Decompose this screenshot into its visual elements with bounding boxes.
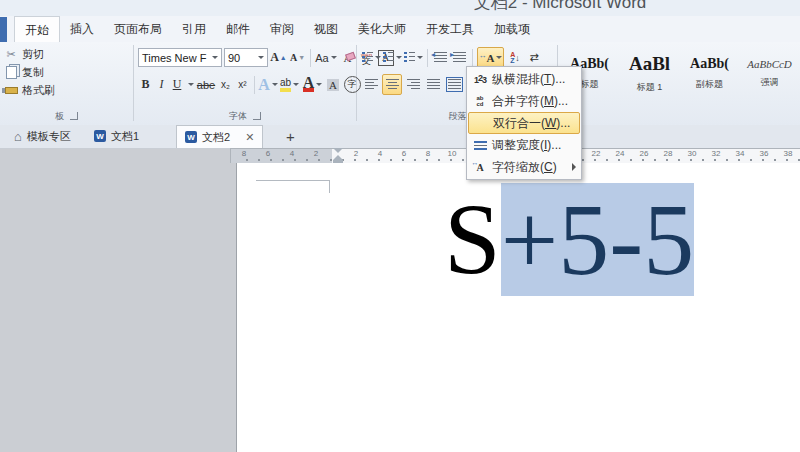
style-preview: AaBl — [629, 53, 670, 75]
chevron-down-icon — [375, 56, 381, 59]
ruler-number: 32 — [712, 149, 721, 158]
chevron-down-icon[interactable] — [188, 83, 194, 86]
style-label: 标题 1 — [637, 81, 663, 94]
ruler-number: 2 — [314, 149, 318, 158]
document-tab-2[interactable]: W文档1 — [86, 125, 147, 147]
character-shading-button[interactable]: A — [325, 75, 341, 94]
style-chip[interactable]: AaBb(副标题 — [682, 46, 737, 100]
change-case-button[interactable]: Aa — [315, 48, 337, 67]
style-label: 强调 — [761, 76, 779, 89]
increase-indent-button[interactable]: ▸ — [451, 48, 468, 67]
menu-item-3[interactable]: 双行合一(W)... — [468, 112, 580, 134]
word-doc-icon: W — [185, 131, 197, 143]
document-page[interactable]: S+5-5 — [236, 163, 800, 452]
align-left-button[interactable] — [362, 75, 380, 94]
superscript-button[interactable]: x² — [235, 75, 250, 94]
text-boundary-mark — [256, 180, 329, 181]
ruler-number: 8 — [242, 149, 246, 158]
font-family-value: Times New F — [142, 52, 206, 64]
align-center-button[interactable] — [382, 74, 402, 95]
align-left-icon — [365, 79, 378, 90]
clear-formatting-button[interactable]: A — [339, 48, 356, 67]
justify-button[interactable] — [424, 75, 442, 94]
numbering-button[interactable] — [383, 48, 402, 67]
ruler-number: 6 — [266, 149, 270, 158]
font-color-icon: A — [303, 77, 315, 92]
text-effects-button[interactable]: A — [259, 75, 277, 94]
text-highlight-button[interactable]: ab — [279, 75, 300, 94]
bold-button[interactable]: B — [138, 75, 153, 94]
app-window: 文档2 - Microsoft Word 开始插入页面布局引用邮件审阅视图美化大… — [0, 0, 800, 452]
document-tab-1[interactable]: ⌂模板专区 — [6, 125, 79, 147]
shrink-font-button[interactable]: A▼ — [289, 48, 306, 67]
ruler-number: 10 — [448, 149, 457, 158]
cut-label: 剪切 — [22, 47, 44, 62]
chevron-down-icon — [496, 56, 502, 59]
dialog-launcher-icon[interactable] — [70, 112, 78, 120]
style-preview: AaBb( — [690, 56, 729, 72]
format-painter-button[interactable]: 格式刷 — [4, 83, 55, 98]
show-marks-button[interactable]: ⇄ — [526, 48, 542, 67]
ribbon-tab-6[interactable]: 审阅 — [260, 16, 304, 42]
grow-font-button[interactable]: A▲ — [270, 48, 287, 67]
ribbon-tab-2[interactable]: 插入 — [60, 16, 104, 42]
menu-item-5[interactable]: ↔A字符缩放(C) — [468, 156, 580, 178]
ruler-number: 6 — [402, 149, 406, 158]
ribbon-tab-3[interactable]: 页面布局 — [104, 16, 172, 42]
ribbon-tab-1[interactable]: 开始 — [14, 16, 60, 43]
chevron-down-icon — [212, 56, 218, 59]
ribbon-tab-9[interactable]: 开发工具 — [416, 16, 484, 42]
close-icon[interactable]: ✕ — [245, 131, 254, 144]
align-right-button[interactable] — [404, 75, 422, 94]
copy-label: 复制 — [22, 65, 44, 80]
cut-button[interactable]: ✂ 剪切 — [4, 47, 44, 62]
font-size-combo[interactable]: 90 — [224, 48, 268, 67]
selected-text[interactable]: +5-5 — [501, 183, 695, 296]
clipboard-group-label: 板 — [0, 110, 133, 123]
sort-button[interactable]: AZ ↓ — [506, 48, 524, 67]
menu-item-2[interactable]: abcd合并字符(M)... — [468, 90, 580, 112]
distribute-button[interactable] — [444, 75, 464, 94]
format-painter-icon — [5, 87, 18, 94]
style-preview: AaBbCcD — [747, 58, 792, 70]
style-chip[interactable]: AaBbCcD强调 — [742, 46, 797, 100]
strikethrough-button[interactable]: abe — [196, 75, 216, 94]
down-arrow-icon: ▼ — [298, 54, 305, 62]
file-menu-fragment[interactable] — [0, 17, 7, 42]
dialog-launcher-icon[interactable] — [253, 112, 261, 120]
menu-item-label: 合并字符(M)... — [492, 93, 568, 110]
ribbon-tab-4[interactable]: 引用 — [172, 16, 216, 42]
decrease-indent-button[interactable]: ◂ — [432, 48, 449, 67]
style-label: 副标题 — [696, 78, 723, 91]
copy-button[interactable]: 复制 — [4, 65, 44, 80]
asian-layout-button[interactable]: ↔A — [477, 47, 504, 68]
adjust-width-icon — [474, 140, 487, 151]
word-doc-icon: W — [94, 130, 106, 142]
character-shading-icon: A — [327, 79, 339, 91]
italic-button[interactable]: I — [155, 75, 168, 94]
increase-indent-icon — [453, 52, 466, 63]
indent-markers[interactable] — [333, 148, 343, 163]
chevron-down-icon — [258, 56, 264, 59]
bullets-button[interactable] — [362, 48, 381, 67]
new-tab-button[interactable]: + — [286, 125, 295, 147]
submenu-arrow-icon — [572, 163, 576, 171]
menu-item-1[interactable]: 123纵横混排(T)... — [468, 68, 580, 90]
font-group-label: 字体 — [134, 110, 356, 123]
ribbon-tab-5[interactable]: 邮件 — [216, 16, 260, 42]
ribbon-tab-7[interactable]: 视图 — [304, 16, 348, 42]
asian-layout-menu: 123纵横混排(T)...abcd合并字符(M)...双行合一(W)...调整宽… — [466, 66, 582, 180]
font-family-combo[interactable]: Times New F — [138, 48, 222, 67]
document-tab-3[interactable]: W文档2✕ — [176, 125, 263, 148]
underline-button[interactable]: U — [170, 75, 184, 94]
first-line-indent-marker[interactable] — [333, 148, 343, 153]
subscript-button[interactable]: x₂ — [218, 75, 233, 94]
menu-item-4[interactable]: 调整宽度(I)... — [468, 134, 580, 156]
font-color-button[interactable]: A — [302, 75, 323, 94]
window-title: 文档2 - Microsoft Word — [474, 0, 647, 14]
ribbon-tab-10[interactable]: 加载项 — [484, 16, 540, 42]
multilevel-list-button[interactable] — [404, 48, 423, 67]
style-chip[interactable]: AaBl标题 1 — [622, 46, 677, 100]
ribbon-tab-8[interactable]: 美化大师 — [348, 16, 416, 42]
numbered-list-icon — [383, 52, 394, 63]
